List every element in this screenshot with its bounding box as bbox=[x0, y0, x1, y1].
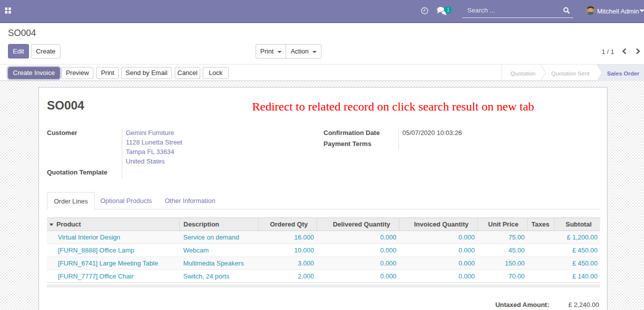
svg-text:Quotation: Quotation bbox=[511, 70, 536, 76]
svg-text:Sales Order: Sales Order bbox=[607, 70, 640, 76]
svg-text:Quotation Sent: Quotation Sent bbox=[551, 70, 590, 76]
